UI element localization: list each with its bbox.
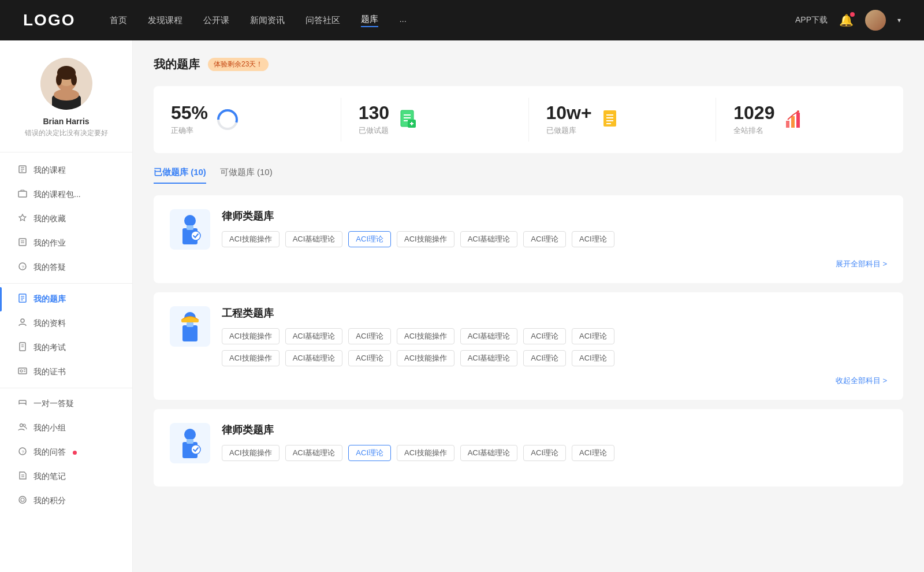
svg-rect-62 bbox=[182, 325, 198, 341]
app-download-btn[interactable]: APP下载 bbox=[795, 15, 828, 25]
svg-point-60 bbox=[191, 231, 200, 240]
tag-item[interactable]: ACI基础理论 bbox=[460, 445, 518, 461]
sidebar-item-label: 我的证书 bbox=[33, 367, 66, 377]
sidebar-divider-1 bbox=[0, 283, 132, 284]
nav-home[interactable]: 首页 bbox=[110, 15, 127, 26]
lawyer-icon-3 bbox=[176, 428, 204, 459]
sidebar: Brian Harris 错误的决定比没有决定要好 我的课程 我的课程包... bbox=[0, 40, 133, 572]
tab-available-banks[interactable]: 可做题库 (10) bbox=[220, 167, 273, 184]
tag-item[interactable]: ACI基础理论 bbox=[460, 328, 518, 344]
sidebar-item-course-package[interactable]: 我的课程包... bbox=[0, 183, 132, 207]
tag-item[interactable]: ACI技能操作 bbox=[397, 231, 454, 247]
sidebar-item-exam[interactable]: 我的考试 bbox=[0, 336, 132, 360]
sidebar-item-label: 我的资料 bbox=[33, 318, 66, 329]
tab-done-banks[interactable]: 已做题库 (10) bbox=[154, 167, 206, 184]
svg-point-4 bbox=[54, 89, 79, 101]
tag-item[interactable]: ACI基础理论 bbox=[460, 231, 518, 247]
sidebar-item-groups[interactable]: 我的小组 bbox=[0, 416, 132, 440]
my-questions-icon: ? bbox=[17, 447, 28, 458]
tag-item[interactable]: ACI基础理论 bbox=[285, 328, 343, 344]
my-questions-dot bbox=[73, 451, 77, 455]
ranking-chart-icon bbox=[783, 108, 806, 131]
svg-text:?: ? bbox=[22, 450, 25, 455]
svg-point-65 bbox=[184, 429, 196, 440]
stats-row: 55% 正确率 130 已做试题 bbox=[154, 86, 903, 153]
tag-item[interactable]: ACI理论 bbox=[572, 231, 614, 247]
accuracy-circle-icon bbox=[216, 108, 239, 131]
tag-item[interactable]: ACI理论 bbox=[572, 350, 614, 366]
sidebar-user-motto: 错误的决定比没有决定要好 bbox=[12, 128, 121, 138]
tag-item[interactable]: ACI技能操作 bbox=[222, 350, 280, 366]
tag-item[interactable]: ACI理论 bbox=[523, 231, 566, 247]
stat-accuracy-value: 55% bbox=[171, 103, 208, 122]
points-icon bbox=[17, 495, 28, 507]
qbank-3-tags: ACI技能操作 ACI基础理论 ACI理论 ACI技能操作 ACI基础理论 AC… bbox=[222, 445, 887, 461]
qbank-2-collapse-link[interactable]: 收起全部科目 > bbox=[836, 376, 887, 386]
my-qa-icon: ? bbox=[17, 262, 28, 273]
avatar-chevron-down-icon[interactable]: ▾ bbox=[897, 16, 901, 24]
stat-banks-value: 10w+ bbox=[546, 103, 592, 122]
tag-item[interactable]: ACI理论 bbox=[572, 445, 614, 461]
nav-open-course[interactable]: 公开课 bbox=[203, 15, 229, 26]
tag-item[interactable]: ACI技能操作 bbox=[222, 445, 280, 461]
sidebar-item-profile[interactable]: 我的资料 bbox=[0, 311, 132, 336]
svg-rect-12 bbox=[18, 191, 27, 197]
sidebar-item-my-qa[interactable]: ? 我的答疑 bbox=[0, 255, 132, 280]
sidebar-item-my-courses[interactable]: 我的课程 bbox=[0, 158, 132, 183]
tag-item[interactable]: ACI技能操作 bbox=[222, 328, 280, 344]
notification-bell[interactable]: 🔔 bbox=[839, 13, 854, 27]
qbank-card-3: 律师类题库 ACI技能操作 ACI基础理论 ACI理论 ACI技能操作 ACI基… bbox=[154, 409, 903, 486]
nav-question-bank[interactable]: 题库 bbox=[361, 14, 378, 27]
tag-item[interactable]: ACI基础理论 bbox=[285, 231, 343, 247]
sidebar-item-label: 我的考试 bbox=[33, 343, 66, 353]
tag-item-active[interactable]: ACI理论 bbox=[348, 231, 391, 247]
navbar-logo[interactable]: LOGO bbox=[23, 11, 75, 29]
tag-item[interactable]: ACI理论 bbox=[523, 328, 566, 344]
svg-rect-55 bbox=[796, 113, 800, 128]
tag-item[interactable]: ACI基础理论 bbox=[460, 350, 518, 366]
sidebar-item-notes[interactable]: 我的笔记 bbox=[0, 465, 132, 489]
nav-qa[interactable]: 问答社区 bbox=[305, 15, 340, 26]
sidebar-item-homework[interactable]: 我的作业 bbox=[0, 231, 132, 255]
avatar[interactable] bbox=[865, 10, 886, 31]
sidebar-item-favorites[interactable]: 我的收藏 bbox=[0, 207, 132, 231]
stat-banks-done: 10w+ 已做题库 bbox=[529, 98, 717, 142]
svg-point-31 bbox=[23, 424, 25, 426]
nav-news[interactable]: 新闻资讯 bbox=[250, 15, 285, 26]
sidebar-item-certificate[interactable]: 我的证书 bbox=[0, 360, 132, 384]
tag-item[interactable]: ACI理论 bbox=[523, 350, 566, 366]
nav-more[interactable]: ··· bbox=[399, 16, 407, 25]
certificate-icon bbox=[17, 366, 28, 378]
qbank-1-expand-link[interactable]: 展开全部科目 > bbox=[836, 259, 887, 269]
tag-item[interactable]: ACI理论 bbox=[348, 350, 391, 366]
avatar-svg bbox=[40, 58, 92, 110]
tag-item[interactable]: ACI技能操作 bbox=[397, 445, 454, 461]
sidebar-item-one-on-one[interactable]: 一对一答疑 bbox=[0, 392, 132, 416]
qbank-1-title: 律师类题库 bbox=[222, 209, 887, 223]
tag-item[interactable]: ACI基础理论 bbox=[285, 350, 343, 366]
sidebar-avatar bbox=[40, 58, 92, 110]
groups-icon bbox=[17, 422, 28, 434]
tag-item-active[interactable]: ACI理论 bbox=[348, 445, 391, 461]
svg-rect-67 bbox=[187, 439, 193, 444]
sidebar-item-question-bank[interactable]: 我的题库 bbox=[0, 287, 132, 311]
svg-rect-13 bbox=[19, 239, 26, 246]
homework-icon bbox=[17, 237, 28, 249]
tag-item[interactable]: ACI理论 bbox=[523, 445, 566, 461]
sidebar-item-points[interactable]: 我的积分 bbox=[0, 489, 132, 513]
tag-item[interactable]: ACI理论 bbox=[348, 328, 391, 344]
qbank-1-tags: ACI技能操作 ACI基础理论 ACI理论 ACI技能操作 ACI基础理论 AC… bbox=[222, 231, 887, 247]
tag-item[interactable]: ACI技能操作 bbox=[397, 328, 454, 344]
tag-item[interactable]: ACI理论 bbox=[572, 328, 614, 344]
stat-ranking-label: 全站排名 bbox=[733, 125, 774, 136]
navbar: LOGO 首页 发现课程 公开课 新闻资讯 问答社区 题库 ··· APP下载 … bbox=[0, 0, 924, 40]
tag-item[interactable]: ACI基础理论 bbox=[285, 445, 343, 461]
sidebar-item-my-questions[interactable]: ? 我的问答 bbox=[0, 440, 132, 465]
nav-discover[interactable]: 发现课程 bbox=[148, 15, 182, 26]
tag-item[interactable]: ACI技能操作 bbox=[222, 231, 280, 247]
banks-list-icon bbox=[600, 108, 623, 131]
tag-item[interactable]: ACI技能操作 bbox=[397, 350, 454, 366]
svg-point-6 bbox=[56, 74, 62, 86]
sidebar-item-label: 我的课程 bbox=[33, 165, 66, 176]
stat-ranking-value: 1029 bbox=[733, 103, 774, 122]
